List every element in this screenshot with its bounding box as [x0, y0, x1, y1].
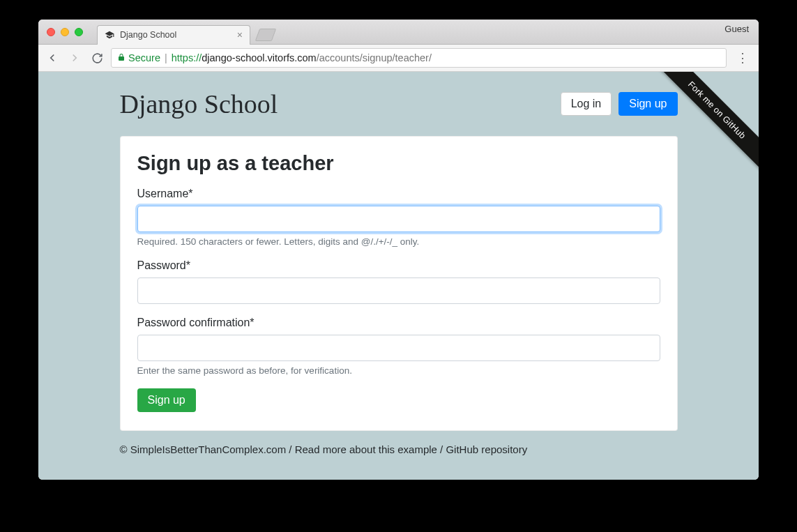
url-host: django-school.vitorfs.com	[202, 52, 316, 63]
tab-bar: Django School × Guest	[38, 20, 759, 45]
guest-label: Guest	[724, 24, 749, 34]
graduation-cap-icon	[105, 30, 114, 42]
url-path: /accounts/signup/teacher/	[317, 52, 432, 63]
traffic-lights	[47, 28, 83, 36]
reload-button[interactable]	[89, 50, 105, 66]
separator: |	[165, 52, 167, 63]
window-close-button[interactable]	[47, 28, 55, 36]
password-confirm-label: Password confirmation*	[137, 317, 660, 329]
new-tab-button[interactable]	[255, 29, 277, 41]
page-viewport: Fork me on GitHub Django School Log in S…	[38, 72, 759, 480]
footer-sep: /	[286, 443, 295, 455]
site-logo[interactable]: Django School	[120, 89, 278, 119]
page-header: Django School Log in Sign up	[120, 89, 678, 119]
address-bar: Secure | https://django-school.vitorfs.c…	[38, 45, 759, 72]
page-title: Sign up as a teacher	[137, 152, 660, 175]
window-maximize-button[interactable]	[75, 28, 83, 36]
submit-button[interactable]: Sign up	[137, 388, 196, 412]
lock-icon	[117, 52, 126, 63]
password-label: Password*	[137, 259, 660, 272]
url-input[interactable]: Secure | https://django-school.vitorfs.c…	[111, 48, 727, 68]
forward-button[interactable]	[66, 50, 83, 66]
footer-copyright: © SimpleIsBetterThanComplex.com	[120, 443, 287, 455]
footer-link-github[interactable]: GitHub repository	[446, 443, 527, 455]
secure-label: Secure	[128, 52, 160, 63]
username-label: Username*	[137, 188, 660, 200]
password-confirm-help: Enter the same password as before, for v…	[137, 365, 660, 376]
login-button[interactable]: Log in	[561, 92, 612, 116]
password-input[interactable]	[137, 278, 660, 304]
signup-button[interactable]: Sign up	[618, 92, 677, 116]
url-protocol: https://	[172, 52, 202, 63]
username-input[interactable]	[137, 206, 660, 232]
page-footer: © SimpleIsBetterThanComplex.com / Read m…	[120, 443, 678, 455]
password-confirm-input[interactable]	[137, 335, 660, 361]
window-minimize-button[interactable]	[61, 28, 69, 36]
browser-window: Django School × Guest Secure | https://d…	[38, 20, 759, 480]
footer-sep2: /	[437, 443, 446, 455]
browser-tab[interactable]: Django School ×	[97, 25, 250, 45]
tab-close-icon[interactable]: ×	[237, 29, 243, 40]
username-help: Required. 150 characters or fewer. Lette…	[137, 236, 660, 247]
tab-title: Django School	[120, 30, 176, 40]
back-button[interactable]	[44, 50, 61, 66]
signup-card: Sign up as a teacher Username* Required.…	[120, 136, 678, 431]
footer-link-readmore[interactable]: Read more about this example	[295, 443, 437, 455]
browser-menu-button[interactable]: ⋮	[732, 50, 753, 66]
